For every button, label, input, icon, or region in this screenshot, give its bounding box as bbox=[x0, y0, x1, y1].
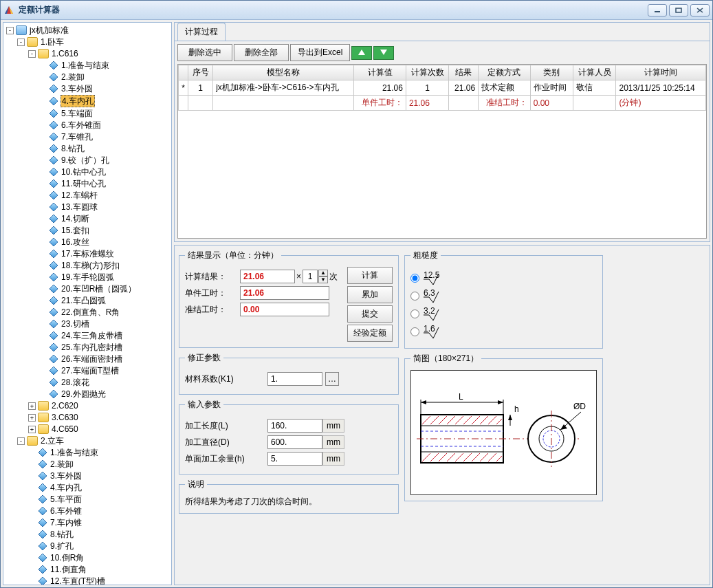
multiplier-spinner[interactable]: ▲▼ bbox=[318, 270, 328, 283]
tree-toggle[interactable] bbox=[39, 274, 47, 281]
tree-toggle[interactable] bbox=[39, 145, 47, 153]
move-down-button[interactable] bbox=[373, 46, 394, 60]
tree-toggle[interactable] bbox=[39, 157, 47, 164]
prep-time-input[interactable] bbox=[240, 303, 329, 316]
tree-item[interactable]: 17.车标准螺纹 bbox=[61, 248, 115, 259]
export-excel-button[interactable]: 导出到Excel bbox=[290, 44, 350, 61]
accumulate-button[interactable]: 累加 bbox=[347, 286, 393, 303]
tree-node-c620[interactable]: 2.C620 bbox=[51, 400, 79, 411]
tree-toggle[interactable] bbox=[28, 554, 36, 562]
material-coeff-browse[interactable]: … bbox=[325, 372, 339, 386]
tree-toggle[interactable] bbox=[39, 133, 47, 141]
tree-toggle[interactable] bbox=[39, 215, 47, 223]
tree-toggle[interactable]: + bbox=[28, 426, 36, 433]
tree-toggle[interactable] bbox=[39, 391, 47, 398]
nav-tree[interactable]: -jx机加标准-1.卧车-1.C6161.准备与结束2.装卸3.车外圆4.车内孔… bbox=[3, 22, 172, 585]
tree-node-c630[interactable]: 3.C630 bbox=[51, 412, 79, 423]
column-header[interactable]: 计算值 bbox=[354, 65, 406, 80]
tree-node-vertical[interactable]: 2.立车 bbox=[40, 435, 65, 446]
tree-item[interactable]: 9.铰（扩）孔 bbox=[61, 155, 110, 166]
column-header[interactable]: 类别 bbox=[530, 65, 573, 80]
tree-item[interactable]: 6.车外锥面 bbox=[61, 120, 102, 131]
calc-result-input[interactable] bbox=[240, 270, 295, 283]
tree-toggle[interactable] bbox=[39, 367, 47, 375]
roughness-option[interactable]: 1.6 bbox=[410, 325, 597, 338]
tree-item[interactable]: 27.车端面T型槽 bbox=[61, 365, 120, 376]
tree-item[interactable]: 10.倒R角 bbox=[50, 552, 85, 563]
tree-item[interactable]: 3.车外圆 bbox=[50, 470, 83, 481]
roughness-option[interactable]: 12.5 bbox=[410, 271, 597, 285]
experience-button[interactable]: 经验定额 bbox=[347, 325, 393, 342]
tree-node-c650[interactable]: 4.C650 bbox=[51, 424, 79, 435]
table-row[interactable]: * 1 jx机加标准->卧车->C616->车内孔 21.06 1 21.06 … bbox=[179, 80, 706, 96]
tree-toggle[interactable] bbox=[39, 285, 47, 293]
tree-item[interactable]: 16.攻丝 bbox=[61, 237, 90, 248]
tree-toggle[interactable] bbox=[28, 508, 36, 515]
tree-item[interactable]: 11.倒直角 bbox=[50, 564, 87, 575]
submit-button[interactable]: 提交 bbox=[347, 305, 393, 323]
tree-toggle[interactable]: - bbox=[28, 50, 36, 58]
tree-toggle[interactable] bbox=[39, 379, 47, 386]
tree-toggle[interactable] bbox=[39, 356, 47, 363]
move-up-button[interactable] bbox=[351, 46, 372, 60]
tree-toggle[interactable] bbox=[28, 566, 36, 574]
tree-toggle[interactable] bbox=[28, 531, 36, 538]
tree-item[interactable]: 12.车蜗杆 bbox=[61, 190, 98, 201]
tree-toggle[interactable] bbox=[28, 543, 36, 550]
roughness-option[interactable]: 3.2 bbox=[410, 307, 597, 320]
tree-toggle[interactable] bbox=[39, 262, 47, 270]
tree-item[interactable]: 12.车直(T型)槽 bbox=[50, 576, 106, 585]
tree-item[interactable]: 9.扩孔 bbox=[50, 541, 74, 552]
tree-toggle[interactable] bbox=[28, 484, 36, 492]
tree-item[interactable]: 25.车内孔密封槽 bbox=[61, 342, 123, 353]
tree-toggle[interactable] bbox=[39, 180, 47, 188]
tree-item[interactable]: 7.车内锥 bbox=[50, 517, 83, 528]
tree-item[interactable]: 13.车圆球 bbox=[61, 202, 98, 213]
tree-toggle[interactable] bbox=[39, 297, 47, 305]
tree-item[interactable]: 18.车梯(方)形扣 bbox=[61, 260, 120, 271]
close-button[interactable] bbox=[690, 4, 710, 17]
tree-item[interactable]: 29.外圆抛光 bbox=[61, 389, 107, 400]
tree-toggle[interactable] bbox=[39, 74, 47, 81]
tree-toggle[interactable] bbox=[39, 332, 47, 340]
tree-item[interactable]: 3.车外圆 bbox=[61, 83, 94, 94]
tree-toggle[interactable] bbox=[39, 239, 47, 246]
allowance-input[interactable] bbox=[267, 452, 322, 466]
tree-item[interactable]: 8.钻孔 bbox=[61, 143, 85, 154]
tree-item[interactable]: 21.车凸圆弧 bbox=[61, 295, 107, 306]
roughness-option[interactable]: 6.3 bbox=[410, 289, 597, 303]
maximize-button[interactable] bbox=[669, 4, 688, 17]
tree-toggle[interactable] bbox=[28, 578, 36, 585]
tree-toggle[interactable] bbox=[39, 320, 47, 328]
tab-process[interactable]: 计算过程 bbox=[177, 23, 226, 41]
tree-toggle[interactable] bbox=[39, 204, 47, 211]
tree-item[interactable]: 2.装卸 bbox=[50, 459, 74, 470]
compute-button[interactable]: 计算 bbox=[347, 267, 393, 284]
tree-toggle[interactable] bbox=[28, 519, 36, 527]
tree-item[interactable]: 4.车内孔 bbox=[50, 482, 83, 493]
tree-toggle[interactable] bbox=[39, 122, 47, 129]
tree-item[interactable]: 7.车锥孔 bbox=[61, 131, 94, 142]
column-header[interactable]: 计算次数 bbox=[406, 65, 448, 80]
tree-toggle[interactable] bbox=[39, 85, 47, 93]
tree-toggle[interactable] bbox=[39, 344, 47, 351]
tree-toggle[interactable] bbox=[39, 250, 47, 258]
tree-item[interactable]: 1.准备与结束 bbox=[50, 447, 99, 458]
tree-toggle[interactable] bbox=[39, 192, 47, 199]
tree-item[interactable]: 11.研中心孔 bbox=[61, 178, 107, 189]
tree-item[interactable]: 14.切断 bbox=[61, 213, 90, 224]
piece-time-input[interactable] bbox=[240, 286, 329, 300]
tree-item[interactable]: 22.倒直角、R角 bbox=[61, 307, 120, 318]
tree-toggle[interactable] bbox=[39, 110, 47, 118]
column-header[interactable]: 定额方式 bbox=[479, 65, 531, 80]
tree-toggle[interactable] bbox=[39, 309, 47, 316]
tree-item[interactable]: 5.车平面 bbox=[50, 494, 83, 505]
tree-item[interactable]: 5.车端面 bbox=[61, 108, 94, 119]
tree-item[interactable]: 26.车端面密封槽 bbox=[61, 353, 123, 364]
tree-toggle[interactable]: - bbox=[6, 27, 14, 34]
tree-item[interactable]: 8.钻孔 bbox=[50, 529, 74, 540]
tree-item[interactable]: 6.车外锥 bbox=[50, 505, 83, 516]
delete-all-button[interactable]: 删除全部 bbox=[234, 44, 289, 61]
delete-selected-button[interactable]: 删除选中 bbox=[177, 44, 232, 61]
material-coeff-input[interactable] bbox=[267, 372, 322, 386]
